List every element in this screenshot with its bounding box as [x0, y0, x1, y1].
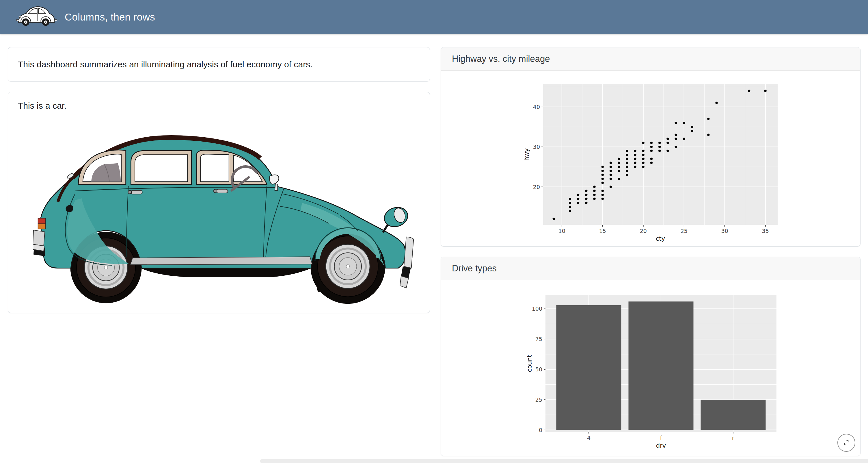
- car-image-container: [33, 131, 418, 304]
- navbar-title: Columns, then rows: [65, 11, 155, 23]
- svg-text:4: 4: [587, 435, 590, 441]
- svg-text:25: 25: [681, 228, 687, 234]
- scatter-plot: 101520253035203040ctyhwy: [520, 83, 783, 243]
- svg-text:f: f: [660, 435, 662, 441]
- svg-text:20: 20: [640, 228, 647, 234]
- scatter-card-header: Highway vs. city mileage: [441, 48, 860, 71]
- bar-card-title: Drive types: [452, 263, 497, 273]
- svg-text:30: 30: [721, 228, 728, 234]
- svg-text:30: 30: [533, 144, 540, 150]
- svg-text:r: r: [732, 435, 734, 441]
- svg-text:100: 100: [532, 306, 542, 312]
- scatter-card: Highway vs. city mileage 101520253035203…: [441, 47, 861, 247]
- svg-text:hwy: hwy: [523, 148, 530, 161]
- svg-text:cty: cty: [656, 235, 665, 242]
- svg-text:drv: drv: [656, 442, 666, 449]
- car-card: This is a car.: [8, 92, 430, 313]
- summary-card: This dashboard summarizes an illuminatin…: [8, 47, 430, 82]
- summary-text: This dashboard summarizes an illuminatin…: [8, 60, 312, 69]
- bar-card-header: Drive types: [441, 257, 860, 280]
- navbar: Columns, then rows: [0, 0, 868, 34]
- beetle-car-icon: [16, 4, 57, 30]
- expand-icon: [842, 438, 851, 447]
- svg-text:0: 0: [539, 427, 542, 433]
- svg-text:35: 35: [762, 228, 769, 234]
- svg-text:count: count: [526, 355, 533, 372]
- svg-text:20: 20: [533, 184, 540, 190]
- svg-text:10: 10: [558, 228, 565, 234]
- expand-card-button[interactable]: [837, 434, 855, 452]
- svg-text:75: 75: [535, 336, 542, 342]
- car-image: [33, 131, 418, 304]
- svg-text:50: 50: [535, 366, 542, 373]
- svg-text:25: 25: [535, 397, 542, 403]
- bar-chart: 4fr0255075100drvcount: [523, 293, 783, 451]
- horizontal-scrollbar[interactable]: [260, 459, 868, 463]
- scatter-card-title: Highway vs. city mileage: [452, 54, 550, 64]
- svg-text:40: 40: [533, 104, 540, 110]
- bar-card: Drive types 4fr0255075100drvcount: [441, 257, 861, 456]
- car-card-text: This is a car.: [8, 92, 430, 111]
- svg-text:15: 15: [599, 228, 606, 234]
